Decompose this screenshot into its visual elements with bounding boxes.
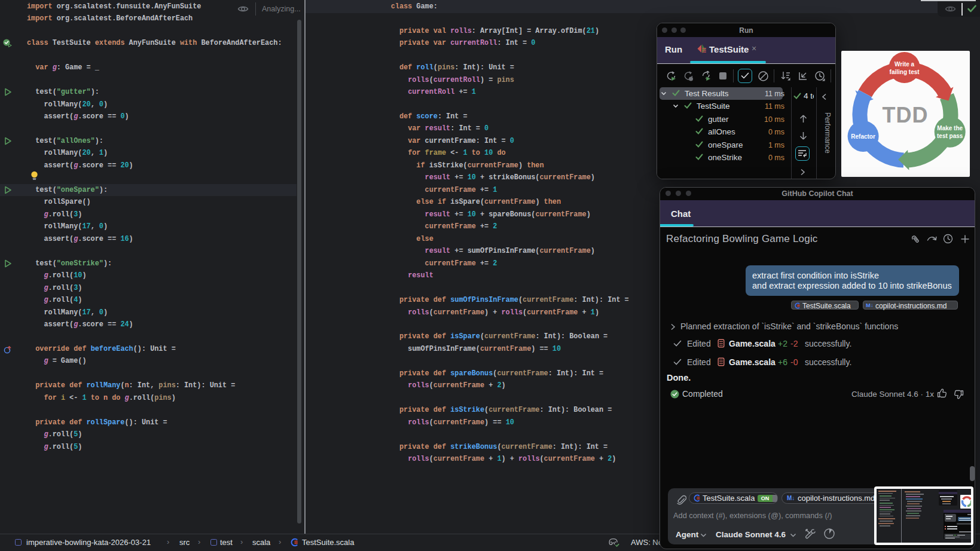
- svg-text:failing test: failing test: [890, 69, 920, 75]
- svg-text:Refactor: Refactor: [851, 133, 875, 140]
- svg-text:TDD: TDD: [883, 103, 929, 127]
- svg-text:test pass: test pass: [937, 133, 963, 139]
- svg-text:Write a: Write a: [894, 61, 915, 68]
- svg-text:Make the: Make the: [937, 125, 963, 131]
